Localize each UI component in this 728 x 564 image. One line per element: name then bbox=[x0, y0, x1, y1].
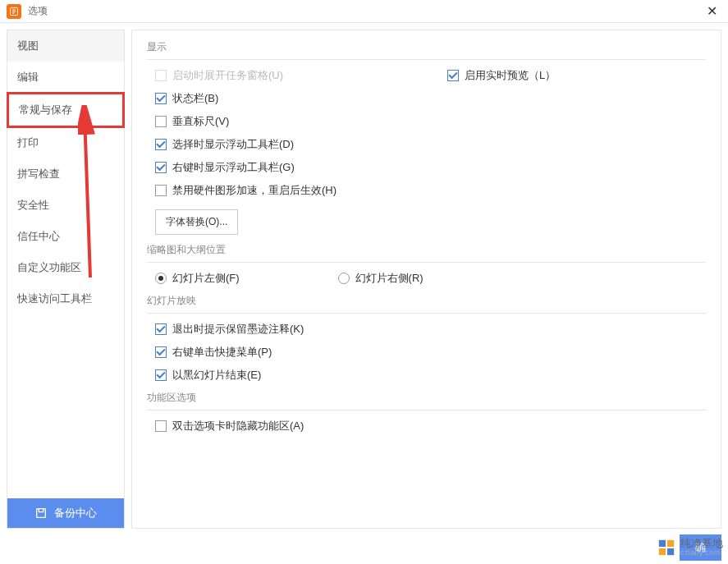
sidebar-item-8[interactable]: 快速访问工具栏 bbox=[7, 283, 124, 314]
svg-rect-5 bbox=[667, 540, 674, 547]
svg-rect-1 bbox=[37, 509, 46, 518]
svg-rect-7 bbox=[667, 548, 674, 555]
backup-icon bbox=[34, 507, 48, 520]
checkbox-black-end[interactable]: 以黑幻灯片结束(E) bbox=[155, 368, 261, 383]
close-button[interactable]: ✕ bbox=[702, 2, 721, 21]
section-ribbon-title: 功能区选项 bbox=[147, 391, 706, 405]
section-display-title: 显示 bbox=[147, 40, 706, 54]
watermark-logo-icon bbox=[657, 539, 675, 557]
window-title: 选项 bbox=[28, 4, 702, 18]
sidebar-item-1[interactable]: 编辑 bbox=[7, 62, 124, 93]
svg-rect-4 bbox=[659, 540, 666, 547]
checkbox-realtime-preview[interactable]: 启用实时预览（L） bbox=[447, 68, 556, 83]
checkbox-float-toolbar-right[interactable]: 右键时显示浮动工具栏(G) bbox=[155, 160, 295, 175]
checkbox-exit-ink[interactable]: 退出时提示保留墨迹注释(K) bbox=[155, 322, 304, 337]
radio-thumb-right[interactable]: 幻灯片右侧(R) bbox=[338, 271, 424, 286]
sidebar-item-4[interactable]: 拼写检查 bbox=[7, 158, 124, 190]
checkbox-right-click-menu[interactable]: 右键单击快捷菜单(P) bbox=[155, 345, 272, 360]
radio-thumb-left[interactable]: 幻灯片左侧(F) bbox=[155, 271, 240, 286]
backup-center-button[interactable]: 备份中心 bbox=[7, 498, 124, 528]
sidebar-item-7[interactable]: 自定义功能区 bbox=[7, 252, 124, 283]
font-replace-button[interactable]: 字体替换(O)... bbox=[155, 209, 238, 235]
options-content: 显示 启动时展开任务窗格(U) 启用实时预览（L） 状态栏(B) 垂直标尺(V)… bbox=[131, 30, 721, 529]
checkbox-vertical-ruler[interactable]: 垂直标尺(V) bbox=[155, 114, 229, 129]
sidebar-item-5[interactable]: 安全性 bbox=[7, 190, 124, 221]
sidebar-item-6[interactable]: 信任中心 bbox=[7, 221, 124, 252]
svg-rect-6 bbox=[659, 548, 666, 555]
section-thumbnail-title: 缩略图和大纲位置 bbox=[147, 243, 706, 257]
app-logo-icon bbox=[7, 4, 21, 19]
watermark: 纯净基地 czlaby.com bbox=[657, 538, 723, 557]
sidebar-item-2[interactable]: 常规与保存 bbox=[7, 92, 125, 128]
sidebar-item-0[interactable]: 视图 bbox=[7, 30, 124, 62]
sidebar: 视图编辑常规与保存打印拼写检查安全性信任中心自定义功能区快速访问工具栏 备份中心 bbox=[7, 30, 125, 529]
sidebar-item-3[interactable]: 打印 bbox=[7, 127, 124, 158]
section-slideshow-title: 幻灯片放映 bbox=[147, 294, 706, 308]
checkbox-show-task-pane: 启动时展开任务窗格(U) bbox=[155, 68, 283, 83]
checkbox-status-bar[interactable]: 状态栏(B) bbox=[155, 91, 218, 106]
checkbox-float-toolbar-select[interactable]: 选择时显示浮动工具栏(D) bbox=[155, 137, 294, 152]
checkbox-dbl-click-hide[interactable]: 双击选项卡时隐藏功能区(A) bbox=[155, 419, 304, 433]
checkbox-disable-hw-accel[interactable]: 禁用硬件图形加速，重启后生效(H) bbox=[155, 183, 337, 198]
